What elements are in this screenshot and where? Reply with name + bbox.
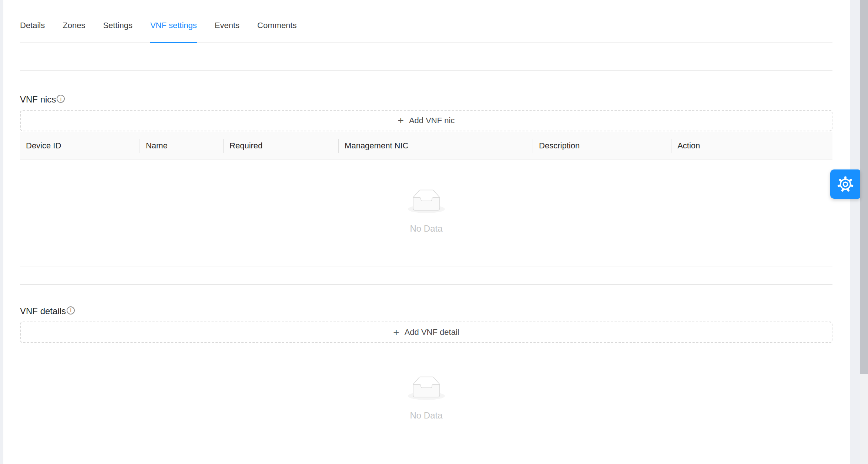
tab-zones[interactable]: Zones	[63, 20, 85, 43]
column-header-device-id: Device ID	[20, 132, 140, 160]
column-header-action: Action	[671, 132, 758, 160]
vnf-nics-empty-state: No Data	[20, 160, 832, 266]
column-header-required: Required	[224, 132, 339, 160]
add-vnf-nic-label: Add VNF nic	[409, 116, 455, 125]
empty-box-icon	[408, 376, 445, 400]
section-divider	[20, 284, 832, 285]
vnf-details-title: VNF details	[20, 306, 66, 317]
info-icon[interactable]: i	[57, 95, 65, 103]
add-vnf-detail-button[interactable]: + Add VNF detail	[20, 322, 832, 343]
section-divider	[20, 266, 832, 266]
settings-fab-button[interactable]	[830, 169, 860, 199]
vnf-nics-table-header: Device ID Name Required Management NIC D…	[20, 132, 832, 160]
scrollbar-thumb[interactable]	[860, 0, 868, 374]
gear-icon	[837, 176, 854, 193]
add-vnf-nic-button[interactable]: + Add VNF nic	[20, 110, 832, 131]
vnf-details-header: VNF details i	[20, 306, 832, 317]
info-icon[interactable]: i	[67, 306, 75, 315]
column-header-management-nic: Management NIC	[339, 132, 533, 160]
tab-events[interactable]: Events	[215, 20, 239, 43]
tab-comments[interactable]: Comments	[257, 20, 296, 43]
vnf-details-empty-state: No Data	[20, 343, 832, 421]
vnf-nics-header: VNF nics i	[20, 94, 832, 105]
section-divider	[20, 70, 832, 71]
no-data-text: No Data	[410, 223, 442, 234]
vnf-nics-title: VNF nics	[20, 94, 56, 105]
tab-settings[interactable]: Settings	[103, 20, 133, 43]
page-right-gutter	[850, 0, 860, 464]
tab-vnf-settings[interactable]: VNF settings	[150, 20, 197, 43]
plus-icon: +	[393, 327, 399, 337]
tab-bar: Details Zones Settings VNF settings Even…	[20, 0, 832, 43]
page-left-gutter	[0, 0, 3, 464]
no-data-text: No Data	[410, 410, 442, 421]
plus-icon: +	[398, 115, 404, 126]
add-vnf-detail-label: Add VNF detail	[405, 327, 459, 337]
column-header-name: Name	[140, 132, 224, 160]
empty-box-icon	[408, 189, 445, 213]
column-header-empty	[758, 132, 832, 160]
column-header-description: Description	[533, 132, 671, 160]
scrollbar[interactable]	[860, 0, 868, 464]
tab-details[interactable]: Details	[20, 20, 45, 43]
main-content: Details Zones Settings VNF settings Even…	[20, 0, 832, 421]
